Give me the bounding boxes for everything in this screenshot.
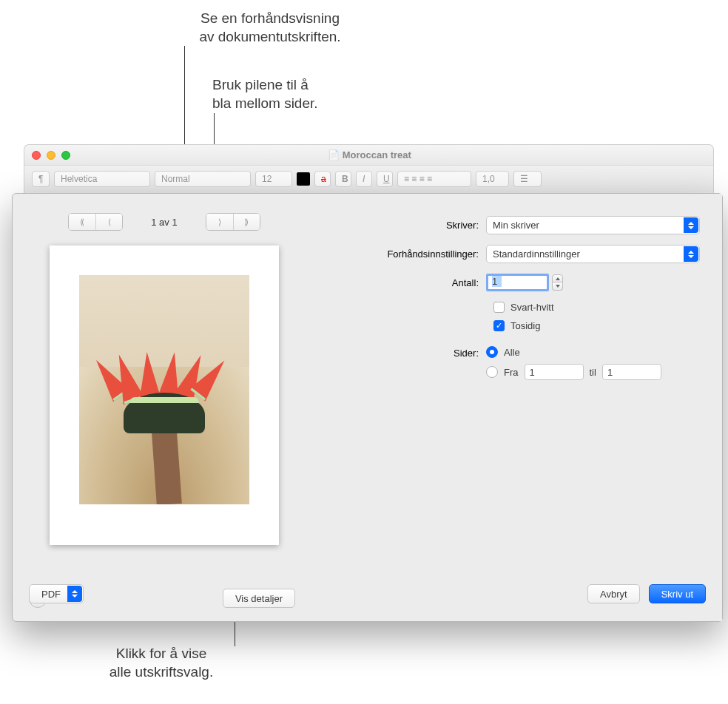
nav-back-group: ⟪ ⟨ <box>68 213 123 231</box>
stepper-up-icon[interactable] <box>552 274 563 282</box>
prev-page-button[interactable]: ⟨ <box>95 214 122 230</box>
chevron-updown-icon <box>684 246 698 262</box>
callout-arrows: Bruk pilene til å bla mellom sider. <box>212 76 353 112</box>
pages-all-label: Alle <box>504 347 520 358</box>
paragraph-button[interactable]: ¶ <box>32 171 50 187</box>
list-button[interactable]: ☰ <box>513 171 542 187</box>
style-selector[interactable]: Normal <box>155 171 251 187</box>
nav-forward-group: ⟩ ⟫ <box>206 213 260 231</box>
last-page-button[interactable]: ⟫ <box>233 214 260 230</box>
black-white-label: Svart-hvitt <box>510 302 554 313</box>
pdf-menu-button[interactable]: PDF <box>29 584 84 603</box>
italic-button[interactable]: I <box>356 171 372 187</box>
copies-input[interactable]: 1 <box>486 274 549 291</box>
cancel-button[interactable]: Avbryt <box>587 584 640 603</box>
pages-label: Sider: <box>323 346 486 359</box>
callout-details: Klikk for å vise alle utskriftsvalg. <box>87 645 235 681</box>
print-dialog: ⟪ ⟨ 1 av 1 ⟩ ⟫ <box>12 193 723 622</box>
pages-to-label: til <box>590 367 596 378</box>
underline-button[interactable]: U <box>377 171 393 187</box>
callout-preview: Se en forhåndsvisning av dokumentutskrif… <box>185 10 355 46</box>
document-window: 📄 Moroccan treat ¶ Helvetica Normal 12 a… <box>24 144 714 193</box>
pages-from-input[interactable]: 1 <box>525 364 584 380</box>
stepper-down-icon[interactable] <box>552 282 563 291</box>
printer-label: Skriver: <box>323 220 486 231</box>
copies-stepper[interactable] <box>552 274 563 291</box>
first-page-button[interactable]: ⟪ <box>69 214 95 230</box>
window-title: 📄 Moroccan treat <box>70 149 669 160</box>
page-preview <box>50 246 279 545</box>
preview-pane: ⟪ ⟨ 1 av 1 ⟩ ⟫ <box>13 194 316 621</box>
pages-all-radio[interactable] <box>486 346 498 358</box>
black-white-checkbox[interactable] <box>493 302 505 313</box>
close-icon[interactable] <box>32 151 41 160</box>
pages-from-label: Fra <box>504 367 519 378</box>
pages-range-radio[interactable] <box>486 366 498 378</box>
printer-select[interactable]: Min skriver <box>486 216 700 234</box>
size-selector[interactable]: 12 <box>255 171 292 187</box>
two-sided-label: Tosidig <box>510 320 540 331</box>
presets-label: Forhåndsinnstillinger: <box>323 248 486 260</box>
text-color-button[interactable] <box>297 172 310 186</box>
settings-pane: Skriver: Min skriver Forhåndsinnstilling… <box>316 194 722 621</box>
preview-image <box>79 275 249 504</box>
clear-style-button[interactable]: a <box>314 171 331 187</box>
print-button[interactable]: Skriv ut <box>649 584 706 603</box>
page-indicator: 1 av 1 <box>151 217 177 228</box>
zoom-icon[interactable] <box>61 151 70 160</box>
align-buttons[interactable]: ≡ ≡ ≡ ≡ <box>397 171 471 187</box>
pages-to-input[interactable]: 1 <box>602 364 661 380</box>
two-sided-checkbox[interactable]: ✓ <box>493 320 505 331</box>
chevron-updown-icon <box>684 217 698 233</box>
next-page-button[interactable]: ⟩ <box>206 214 233 230</box>
presets-select[interactable]: Standardinnstillinger <box>486 245 700 263</box>
window-titlebar: 📄 Moroccan treat <box>24 145 713 166</box>
font-selector[interactable]: Helvetica <box>54 171 150 187</box>
minimize-icon[interactable] <box>47 151 55 160</box>
chevron-updown-icon <box>67 586 82 602</box>
bold-button[interactable]: B <box>335 171 351 187</box>
format-toolbar: ¶ Helvetica Normal 12 a B I U ≡ ≡ ≡ ≡ 1,… <box>24 166 713 192</box>
copies-label: Antall: <box>323 277 486 288</box>
spacing-selector[interactable]: 1,0 <box>476 171 509 187</box>
